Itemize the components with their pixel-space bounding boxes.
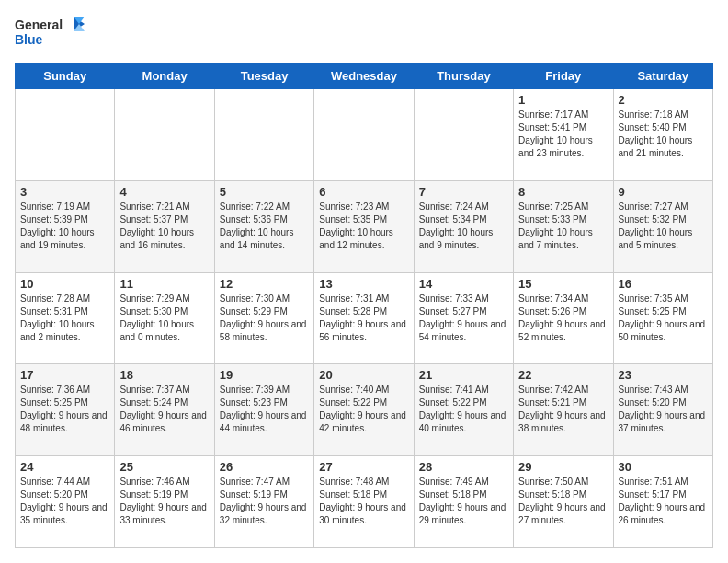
weekday-header-tuesday: Tuesday <box>214 63 313 89</box>
calendar-cell: 17Sunrise: 7:36 AM Sunset: 5:25 PM Dayli… <box>16 364 115 456</box>
cell-content: Sunrise: 7:22 AM Sunset: 5:36 PM Dayligh… <box>220 201 309 252</box>
calendar-cell: 10Sunrise: 7:28 AM Sunset: 5:31 PM Dayli… <box>16 272 115 364</box>
day-number: 3 <box>20 185 109 199</box>
calendar-cell: 29Sunrise: 7:50 AM Sunset: 5:18 PM Dayli… <box>514 456 613 548</box>
cell-content: Sunrise: 7:41 AM Sunset: 5:22 PM Dayligh… <box>419 384 508 435</box>
calendar-cell: 4Sunrise: 7:21 AM Sunset: 5:37 PM Daylig… <box>115 180 214 272</box>
week-row-2: 3Sunrise: 7:19 AM Sunset: 5:39 PM Daylig… <box>16 180 713 272</box>
day-number: 26 <box>220 460 309 474</box>
calendar-cell: 19Sunrise: 7:39 AM Sunset: 5:23 PM Dayli… <box>214 364 313 456</box>
calendar-cell: 12Sunrise: 7:30 AM Sunset: 5:29 PM Dayli… <box>214 272 313 364</box>
calendar-cell: 26Sunrise: 7:47 AM Sunset: 5:19 PM Dayli… <box>214 456 313 548</box>
calendar-cell: 6Sunrise: 7:23 AM Sunset: 5:35 PM Daylig… <box>314 180 414 272</box>
day-number: 8 <box>518 185 608 199</box>
calendar-cell: 16Sunrise: 7:35 AM Sunset: 5:25 PM Dayli… <box>613 272 712 364</box>
calendar-cell: 21Sunrise: 7:41 AM Sunset: 5:22 PM Dayli… <box>414 364 513 456</box>
day-number: 25 <box>119 460 209 474</box>
calendar-cell: 20Sunrise: 7:40 AM Sunset: 5:22 PM Dayli… <box>314 364 414 456</box>
day-number: 4 <box>119 185 209 199</box>
weekday-header-row: SundayMondayTuesdayWednesdayThursdayFrid… <box>16 63 713 89</box>
calendar-cell: 5Sunrise: 7:22 AM Sunset: 5:36 PM Daylig… <box>214 180 313 272</box>
logo: General Blue <box>15 15 88 53</box>
calendar-cell: 22Sunrise: 7:42 AM Sunset: 5:21 PM Dayli… <box>514 364 613 456</box>
svg-text:General: General <box>15 17 63 32</box>
day-number: 6 <box>319 185 408 199</box>
calendar-table: SundayMondayTuesdayWednesdayThursdayFrid… <box>15 63 713 548</box>
day-number: 13 <box>319 277 408 291</box>
cell-content: Sunrise: 7:46 AM Sunset: 5:19 PM Dayligh… <box>119 476 209 527</box>
logo-icon: General Blue <box>15 15 88 53</box>
weekday-header-monday: Monday <box>115 63 214 89</box>
calendar-cell: 25Sunrise: 7:46 AM Sunset: 5:19 PM Dayli… <box>115 456 214 548</box>
calendar-cell: 9Sunrise: 7:27 AM Sunset: 5:32 PM Daylig… <box>613 180 712 272</box>
calendar-cell: 18Sunrise: 7:37 AM Sunset: 5:24 PM Dayli… <box>115 364 214 456</box>
calendar-cell: 27Sunrise: 7:48 AM Sunset: 5:18 PM Dayli… <box>314 456 414 548</box>
cell-content: Sunrise: 7:27 AM Sunset: 5:32 PM Dayligh… <box>619 201 708 252</box>
week-row-3: 10Sunrise: 7:28 AM Sunset: 5:31 PM Dayli… <box>16 272 713 364</box>
calendar-cell: 15Sunrise: 7:34 AM Sunset: 5:26 PM Dayli… <box>514 272 613 364</box>
week-row-1: 1Sunrise: 7:17 AM Sunset: 5:41 PM Daylig… <box>16 89 713 181</box>
day-number: 11 <box>119 277 209 291</box>
day-number: 18 <box>119 368 209 382</box>
day-number: 20 <box>319 368 408 382</box>
calendar-cell: 30Sunrise: 7:51 AM Sunset: 5:17 PM Dayli… <box>613 456 712 548</box>
day-number: 16 <box>619 277 708 291</box>
day-number: 19 <box>220 368 309 382</box>
cell-content: Sunrise: 7:31 AM Sunset: 5:28 PM Dayligh… <box>319 293 408 344</box>
cell-content: Sunrise: 7:23 AM Sunset: 5:35 PM Dayligh… <box>319 201 408 252</box>
day-number: 17 <box>20 368 109 382</box>
svg-text:Blue: Blue <box>15 32 43 47</box>
cell-content: Sunrise: 7:28 AM Sunset: 5:31 PM Dayligh… <box>20 293 109 344</box>
calendar-cell: 7Sunrise: 7:24 AM Sunset: 5:34 PM Daylig… <box>414 180 513 272</box>
weekday-header-wednesday: Wednesday <box>314 63 414 89</box>
calendar-cell <box>214 89 313 181</box>
day-number: 9 <box>619 185 708 199</box>
weekday-header-sunday: Sunday <box>16 63 115 89</box>
day-number: 24 <box>20 460 109 474</box>
calendar-cell <box>414 89 513 181</box>
calendar-cell: 8Sunrise: 7:25 AM Sunset: 5:33 PM Daylig… <box>514 180 613 272</box>
day-number: 12 <box>220 277 309 291</box>
calendar-cell <box>115 89 214 181</box>
cell-content: Sunrise: 7:33 AM Sunset: 5:27 PM Dayligh… <box>419 293 508 344</box>
calendar-cell: 14Sunrise: 7:33 AM Sunset: 5:27 PM Dayli… <box>414 272 513 364</box>
cell-content: Sunrise: 7:39 AM Sunset: 5:23 PM Dayligh… <box>220 384 309 435</box>
calendar-cell <box>16 89 115 181</box>
cell-content: Sunrise: 7:51 AM Sunset: 5:17 PM Dayligh… <box>619 476 708 527</box>
calendar-cell <box>314 89 414 181</box>
day-number: 10 <box>20 277 109 291</box>
header: General Blue <box>15 15 713 53</box>
cell-content: Sunrise: 7:19 AM Sunset: 5:39 PM Dayligh… <box>20 201 109 252</box>
weekday-header-thursday: Thursday <box>414 63 513 89</box>
cell-content: Sunrise: 7:25 AM Sunset: 5:33 PM Dayligh… <box>518 201 608 252</box>
cell-content: Sunrise: 7:35 AM Sunset: 5:25 PM Dayligh… <box>619 293 708 344</box>
calendar-cell: 23Sunrise: 7:43 AM Sunset: 5:20 PM Dayli… <box>613 364 712 456</box>
day-number: 1 <box>518 93 608 107</box>
calendar-cell: 24Sunrise: 7:44 AM Sunset: 5:20 PM Dayli… <box>16 456 115 548</box>
day-number: 2 <box>619 93 708 107</box>
cell-content: Sunrise: 7:34 AM Sunset: 5:26 PM Dayligh… <box>518 293 608 344</box>
day-number: 29 <box>518 460 608 474</box>
cell-content: Sunrise: 7:40 AM Sunset: 5:22 PM Dayligh… <box>319 384 408 435</box>
cell-content: Sunrise: 7:36 AM Sunset: 5:25 PM Dayligh… <box>20 384 109 435</box>
cell-content: Sunrise: 7:47 AM Sunset: 5:19 PM Dayligh… <box>220 476 309 527</box>
day-number: 14 <box>419 277 508 291</box>
calendar-cell: 28Sunrise: 7:49 AM Sunset: 5:18 PM Dayli… <box>414 456 513 548</box>
calendar-cell: 2Sunrise: 7:18 AM Sunset: 5:40 PM Daylig… <box>613 89 712 181</box>
day-number: 15 <box>518 277 608 291</box>
day-number: 5 <box>220 185 309 199</box>
calendar-cell: 13Sunrise: 7:31 AM Sunset: 5:28 PM Dayli… <box>314 272 414 364</box>
day-number: 28 <box>419 460 508 474</box>
cell-content: Sunrise: 7:44 AM Sunset: 5:20 PM Dayligh… <box>20 476 109 527</box>
calendar-cell: 1Sunrise: 7:17 AM Sunset: 5:41 PM Daylig… <box>514 89 613 181</box>
page: General Blue SundayMondayTuesdayWednesda… <box>0 0 728 563</box>
weekday-header-saturday: Saturday <box>613 63 712 89</box>
cell-content: Sunrise: 7:29 AM Sunset: 5:30 PM Dayligh… <box>119 293 209 344</box>
day-number: 30 <box>619 460 708 474</box>
day-number: 7 <box>419 185 508 199</box>
cell-content: Sunrise: 7:42 AM Sunset: 5:21 PM Dayligh… <box>518 384 608 435</box>
cell-content: Sunrise: 7:50 AM Sunset: 5:18 PM Dayligh… <box>518 476 608 527</box>
day-number: 22 <box>518 368 608 382</box>
day-number: 27 <box>319 460 408 474</box>
cell-content: Sunrise: 7:18 AM Sunset: 5:40 PM Dayligh… <box>619 109 708 160</box>
